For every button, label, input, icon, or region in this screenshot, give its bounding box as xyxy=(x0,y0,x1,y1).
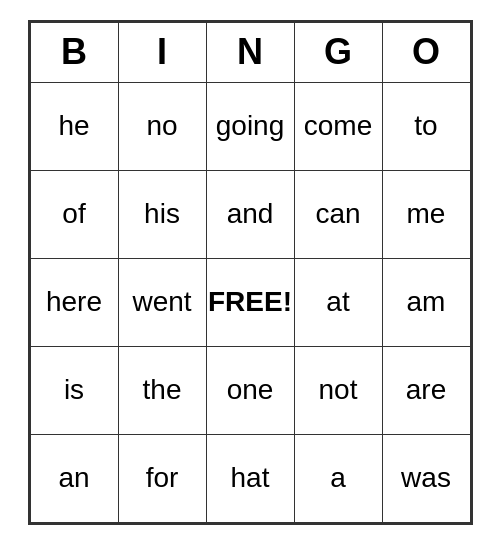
cell-r3c1: here xyxy=(30,258,118,346)
header-b: B xyxy=(30,22,118,82)
bingo-card: B I N G O he no going come to of his and… xyxy=(28,20,473,525)
cell-r2c2: his xyxy=(118,170,206,258)
cell-r5c5: was xyxy=(382,434,470,522)
bingo-table: B I N G O he no going come to of his and… xyxy=(30,22,471,523)
header-i: I xyxy=(118,22,206,82)
row-5: an for hat a was xyxy=(30,434,470,522)
header-n: N xyxy=(206,22,294,82)
cell-r1c1: he xyxy=(30,82,118,170)
cell-r1c3: going xyxy=(206,82,294,170)
cell-r1c5: to xyxy=(382,82,470,170)
row-3: here went FREE! at am xyxy=(30,258,470,346)
cell-r4c3: one xyxy=(206,346,294,434)
cell-r5c1: an xyxy=(30,434,118,522)
cell-r4c5: are xyxy=(382,346,470,434)
cell-r3c5: am xyxy=(382,258,470,346)
cell-r1c2: no xyxy=(118,82,206,170)
cell-r3c3-free: FREE! xyxy=(206,258,294,346)
cell-r2c4: can xyxy=(294,170,382,258)
cell-r3c2: went xyxy=(118,258,206,346)
cell-r1c4: come xyxy=(294,82,382,170)
cell-r4c4: not xyxy=(294,346,382,434)
cell-r4c1: is xyxy=(30,346,118,434)
cell-r4c2: the xyxy=(118,346,206,434)
header-o: O xyxy=(382,22,470,82)
cell-r5c2: for xyxy=(118,434,206,522)
cell-r2c5: me xyxy=(382,170,470,258)
row-2: of his and can me xyxy=(30,170,470,258)
header-row: B I N G O xyxy=(30,22,470,82)
header-g: G xyxy=(294,22,382,82)
row-4: is the one not are xyxy=(30,346,470,434)
cell-r2c3: and xyxy=(206,170,294,258)
cell-r5c3: hat xyxy=(206,434,294,522)
cell-r2c1: of xyxy=(30,170,118,258)
row-1: he no going come to xyxy=(30,82,470,170)
cell-r5c4: a xyxy=(294,434,382,522)
cell-r3c4: at xyxy=(294,258,382,346)
